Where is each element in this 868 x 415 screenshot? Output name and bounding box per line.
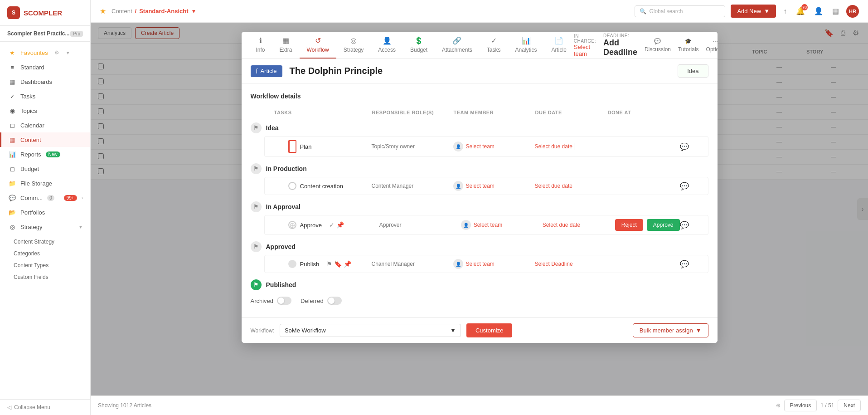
sidebar-item-content-types[interactable]: Content Types — [0, 259, 90, 271]
next-btn[interactable]: Next — [838, 400, 861, 411]
sidebar-item-reports[interactable]: 📊 Reports New — [0, 147, 90, 161]
previous-btn[interactable]: Previous — [784, 400, 817, 411]
publish-pin-icon: 📌 — [344, 260, 351, 268]
approve-due[interactable]: Select due date — [543, 222, 615, 228]
workflow-select-value: SoMe Workflow — [285, 327, 326, 334]
cc-radio[interactable] — [288, 182, 296, 190]
sidebar-item-budget[interactable]: ◻ Budget — [0, 161, 90, 176]
content-icon: ▦ — [9, 136, 16, 143]
tab-strategy[interactable]: ◎ Strategy — [336, 32, 371, 59]
collapse-menu-btn[interactable]: ◁ Collapse Menu — [0, 399, 90, 415]
archived-deferred-row: Archived Deferred — [251, 293, 708, 308]
sidebar-workspace[interactable]: Scompler Best Practic... Pro — [0, 26, 90, 42]
cc-due[interactable]: Select due date — [535, 183, 607, 189]
team-avatar-icon: 👤 — [453, 259, 463, 269]
workflow-footer-label: Workflow: — [251, 327, 274, 334]
comment-icon[interactable]: 💬 — [680, 260, 689, 269]
tab-access-label: Access — [378, 47, 396, 53]
publish-due[interactable]: Select Deadline — [535, 261, 607, 267]
sidebar-item-portfolios[interactable]: 📂 Portfolios — [0, 205, 90, 220]
workflow-select[interactable]: SoMe Workflow ▼ — [280, 324, 461, 337]
status-badge[interactable]: Idea — [678, 64, 708, 78]
tab-tasks[interactable]: ✓ Tasks — [480, 32, 508, 59]
modal-title: The Dolphin Principle — [282, 66, 678, 76]
sidebar-item-content-strategy[interactable]: Content Strategy — [0, 236, 90, 248]
col-done-header: DONE AT — [608, 110, 680, 115]
upload-icon-btn[interactable]: ↑ — [781, 5, 789, 17]
tutorials-btn[interactable]: 🎓 Tutorials — [678, 38, 699, 53]
deferred-label: Deferred — [301, 298, 324, 304]
sidebar-item-file-storage[interactable]: 📁 File Storage — [0, 176, 90, 190]
star-fav-icon[interactable]: ★ — [100, 7, 106, 15]
sidebar-item-categories[interactable]: Categories — [0, 248, 90, 259]
modal-overlay: ℹ Info ▦ Extra ↺ Workflow ◎ Strategy — [91, 23, 868, 395]
comment-icon[interactable]: 💬 — [680, 221, 689, 229]
tab-article[interactable]: 📄 Article — [544, 32, 574, 59]
sidebar-item-comm[interactable]: 💬 Comm... 0 99+ › — [0, 190, 90, 205]
sidebar-item-favourites[interactable]: ★ Favourites ⚙ ▼ — [0, 45, 90, 60]
cc-team[interactable]: 👤 Select team — [453, 181, 535, 191]
dropdown-icon[interactable]: ▼ — [191, 8, 197, 15]
bulk-assign-button[interactable]: Bulk member assign ▼ — [633, 323, 708, 337]
menu-icon: ≡ — [9, 63, 16, 71]
sidebar-item-calendar[interactable]: ◻ Calendar — [0, 118, 90, 132]
comment-icon[interactable]: 💬 — [680, 142, 689, 151]
tab-workflow[interactable]: ↺ Workflow — [300, 32, 336, 59]
approve-team[interactable]: 👤 Select team — [461, 220, 543, 230]
deadline-value[interactable]: Add Deadline — [603, 38, 637, 57]
incharge-value[interactable]: Select team — [574, 44, 596, 57]
tab-budget[interactable]: 💲 Budget — [403, 32, 435, 59]
global-search-box[interactable]: 🔍 Global search — [635, 5, 725, 17]
plan-due[interactable]: Select due date — [535, 143, 607, 150]
sidebar-item-topics[interactable]: ◉ Topics — [0, 103, 90, 118]
team-avatar-icon: 👤 — [453, 142, 463, 151]
plan-team[interactable]: 👤 Select team — [453, 142, 535, 151]
sidebar-item-dashboards[interactable]: ▦ Dashboards — [0, 74, 90, 89]
tab-attachments[interactable]: 🔗 Attachments — [435, 32, 480, 59]
strategy-icon: ◎ — [9, 223, 16, 230]
publish-team[interactable]: 👤 Select team — [453, 259, 535, 269]
wf-row-plan: Plan Topic/Story owner 👤 Select team Sel… — [264, 136, 708, 157]
sidebar: S SCOMPLER Scompler Best Practic... Pro … — [0, 0, 91, 415]
bulk-assign-label: Bulk member assign — [640, 327, 693, 334]
sidebar-item-content[interactable]: ▦ Content — [0, 132, 90, 147]
grid-icon-btn[interactable]: ▦ — [830, 5, 841, 17]
plan-radio[interactable] — [288, 140, 296, 153]
approve-button[interactable]: Approve — [647, 219, 680, 231]
approve-task: ⊕ Approve ✓ 📌 — [288, 221, 379, 229]
col-empty — [256, 110, 274, 115]
tab-info[interactable]: ℹ Info — [249, 32, 272, 59]
deferred-toggle[interactable] — [327, 297, 342, 305]
sidebar-item-standard[interactable]: ≡ Standard — [0, 60, 90, 74]
tasks-icon: ✓ — [9, 93, 16, 100]
approve-radio[interactable]: ⊕ — [288, 221, 296, 229]
publish-radio[interactable] — [288, 260, 296, 268]
sidebar-item-custom-fields[interactable]: Custom Fields — [0, 271, 90, 283]
pagination: ⊕ Previous 1 / 51 Next — [776, 400, 861, 411]
add-new-button[interactable]: Add New ▼ — [731, 5, 776, 18]
approve-team-label: Select team — [474, 222, 502, 228]
plan-task: Plan — [288, 140, 372, 153]
tab-analytics[interactable]: 📊 Analytics — [508, 32, 544, 59]
col-tasks-header: TASKS — [274, 110, 372, 115]
breadcrumb-current[interactable]: Standard-Ansicht — [139, 8, 188, 15]
sidebar-item-strategy[interactable]: ◎ Strategy ▼ — [0, 220, 90, 234]
tab-access[interactable]: 👤 Access — [371, 32, 403, 59]
wf-row-publish: Publish ⚑ 🔖 📌 Channel Manager 👤 Select t… — [264, 255, 708, 273]
avatar[interactable]: HR — [846, 5, 859, 18]
cc-team-label: Select team — [466, 183, 495, 189]
breadcrumb-parent[interactable]: Content — [112, 8, 132, 15]
notifications-icon-btn[interactable]: 🔔 78 — [794, 5, 807, 17]
publish-bookmark-icon: 🔖 — [334, 260, 342, 268]
reject-button[interactable]: Reject — [615, 219, 643, 231]
team-avatar-icon: 👤 — [453, 181, 463, 191]
discussion-btn[interactable]: 💬 Discussion — [645, 38, 671, 53]
sidebar-item-tasks[interactable]: ✓ Tasks — [0, 89, 90, 103]
customize-button[interactable]: Customize — [466, 323, 512, 337]
tab-extra[interactable]: ▦ Extra — [272, 32, 300, 59]
breadcrumb: Content / Standard-Ansicht ▼ — [112, 8, 196, 15]
comment-icon[interactable]: 💬 — [680, 182, 689, 190]
options-btn[interactable]: ⋯ Options — [706, 38, 718, 53]
user-icon-btn[interactable]: 👤 — [812, 5, 825, 17]
archived-toggle[interactable] — [277, 297, 291, 305]
